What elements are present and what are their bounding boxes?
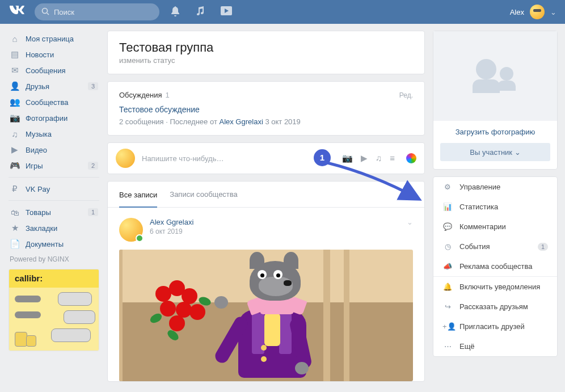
clock-icon: ◷ [442, 242, 453, 251]
username[interactable]: Alex [510, 8, 524, 16]
search-placeholder: Поиск [54, 8, 74, 16]
poll-attach-icon[interactable]: ≡ [390, 153, 395, 163]
stats-icon: 📊 [442, 203, 453, 211]
nav-communities[interactable]: 👥Сообщества [9, 94, 99, 110]
post-date: 6 окт 2019 [150, 227, 193, 235]
video-attach-icon[interactable]: ▶ [361, 153, 368, 163]
ruble-icon: ₽ [10, 184, 20, 194]
menu-invite[interactable]: +👤Пригласить друзей [433, 317, 557, 336]
nav-bookmarks[interactable]: ★Закладки [9, 220, 99, 236]
discussions-count: 1 [166, 91, 170, 99]
people-icon [473, 59, 518, 93]
svg-line-4 [410, 195, 412, 197]
upload-photo-link[interactable]: Загрузить фотографию [433, 121, 557, 143]
share-icon: ↪ [442, 302, 453, 311]
video-play-icon[interactable] [221, 6, 232, 18]
messages-icon: ✉ [10, 65, 20, 75]
events-badge: 1 [538, 243, 548, 251]
tab-community-posts[interactable]: Записи сообщества [170, 182, 238, 207]
bell-icon: 🔔 [442, 283, 453, 291]
friends-count: 3 [88, 82, 98, 90]
chevron-down-icon[interactable]: ⌄ [550, 8, 556, 16]
powered-by: Powered by NGINX [10, 255, 99, 263]
svg-point-3 [405, 190, 411, 196]
post-menu-icon[interactable]: ⌄ [407, 218, 413, 242]
nav-goods[interactable]: 🛍Товары1 [9, 204, 99, 220]
search-icon [41, 7, 49, 17]
home-icon: ⌂ [10, 34, 20, 44]
nav-vkpay[interactable]: ₽VK Pay [9, 181, 99, 197]
composer-avatar [116, 149, 135, 168]
new-post-card[interactable]: Напишите что-нибудь… 📷 ▶ ♫ ≡ [107, 142, 425, 174]
nav-games[interactable]: 🎮Игры2 [9, 158, 99, 174]
svg-point-0 [43, 8, 48, 13]
camera-icon: 📷 [10, 113, 20, 123]
ad-title: callibr: [9, 269, 99, 288]
communities-icon: 👥 [10, 97, 20, 107]
star-icon: ★ [10, 223, 20, 233]
avatar[interactable] [530, 5, 545, 19]
nav-music[interactable]: ♫Музыка [9, 126, 99, 142]
group-title: Тестовая группа [119, 40, 413, 55]
invite-icon: +👤 [442, 322, 453, 331]
vk-logo[interactable] [9, 5, 24, 19]
file-icon: 📄 [10, 239, 20, 249]
menu-manage[interactable]: ⚙Управление [433, 177, 557, 197]
nav-messages[interactable]: ✉Сообщения [9, 62, 99, 78]
wall-card: Все записи Записи сообщества Alex Ggrela… [107, 181, 425, 382]
gear-icon: ⚙ [442, 183, 453, 191]
tab-all-posts[interactable]: Все записи [119, 182, 157, 208]
music-attach-icon[interactable]: ♫ [376, 153, 382, 163]
games-count: 2 [88, 162, 98, 170]
menu-more[interactable]: ⋯Ещё [433, 336, 557, 356]
photo-attach-icon[interactable]: 📷 [342, 153, 353, 163]
menu-stats[interactable]: 📊Статистика [433, 197, 557, 217]
change-status[interactable]: изменить статус [119, 56, 413, 65]
menu-share[interactable]: ↪Рассказать друзьям [433, 297, 557, 317]
menu-events[interactable]: ◷События1 [433, 237, 557, 256]
management-menu: ⚙Управление 📊Статистика 💬Комментарии ◷Со… [433, 176, 558, 357]
discussions-heading[interactable]: Обсуждения [119, 91, 162, 99]
note-icon: ♫ [10, 129, 20, 139]
news-icon: ▤ [10, 49, 20, 60]
nav-news[interactable]: ▤Новости [9, 47, 99, 62]
nav-video[interactable]: ▶Видео [9, 142, 99, 158]
menu-notify[interactable]: 🔔Включить уведомления [433, 277, 557, 297]
last-author[interactable]: Alex Ggrelaxi [219, 117, 263, 126]
discussion-meta: 2 сообщения · Последнее от Alex Ggrelaxi… [119, 117, 413, 126]
group-header-card: Тестовая группа изменить статус [107, 31, 425, 74]
goods-count: 1 [88, 208, 98, 216]
svg-line-1 [47, 13, 49, 15]
film-icon: ▶ [10, 145, 20, 155]
topbar: Поиск Alex ⌄ [0, 0, 565, 24]
nav-my-page[interactable]: ⌂Моя страница [9, 31, 99, 47]
post-image[interactable] [119, 250, 413, 381]
friends-icon: 👤 [10, 81, 20, 91]
discussions-edit[interactable]: Ред. [399, 91, 413, 99]
games-icon: 🎮 [10, 161, 20, 171]
comment-icon: 💬 [442, 222, 453, 231]
bag-icon: 🛍 [10, 208, 20, 217]
post-avatar[interactable] [119, 218, 143, 242]
post-author[interactable]: Alex Ggrelaxi [150, 218, 193, 226]
search-box[interactable]: Поиск [35, 3, 159, 20]
composer-placeholder[interactable]: Напишите что-нибудь… [142, 154, 335, 163]
wall-search-icon[interactable] [404, 189, 413, 200]
nav-friends[interactable]: 👤Друзья3 [9, 78, 99, 94]
notifications-icon[interactable] [171, 6, 180, 18]
nav-photos[interactable]: 📷Фотографии [9, 110, 99, 126]
photo-card: Загрузить фотографию Вы участник ⌄ [433, 31, 558, 170]
menu-comments[interactable]: 💬Комментарии [433, 217, 557, 237]
nav-documents[interactable]: 📄Документы [9, 236, 99, 252]
ad-block[interactable]: callibr: [9, 269, 99, 351]
more-attach-icon[interactable] [406, 153, 416, 163]
menu-ads[interactable]: 📣Реклама сообщества [433, 256, 557, 276]
megaphone-icon: 📣 [442, 262, 453, 271]
ad-image [9, 288, 99, 351]
photo-placeholder[interactable] [433, 31, 557, 121]
membership-button[interactable]: Вы участник ⌄ [440, 143, 550, 161]
music-icon[interactable] [196, 6, 205, 18]
chevron-down-icon: ⌄ [515, 148, 521, 157]
discussion-topic[interactable]: Тестовое обсуждение [119, 105, 413, 114]
more-icon: ⋯ [442, 342, 453, 351]
